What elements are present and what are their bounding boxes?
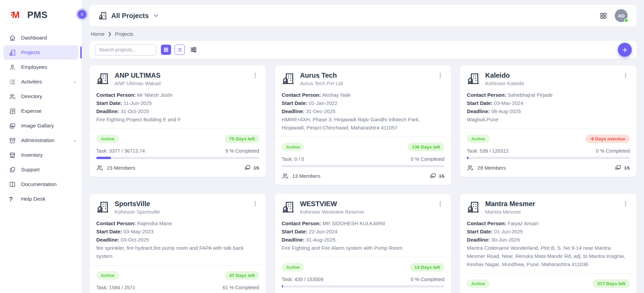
deadline-row: Deadline: 30-Jun-2026 [467, 236, 630, 244]
sidebar-item-dashboard[interactable]: Dashboard › [3, 31, 78, 45]
deadline-row: Deadline: 03-Oct-2025 [96, 236, 259, 244]
grid-view-icon [163, 47, 169, 52]
breadcrumb: Home ❯ Projects [89, 27, 637, 41]
breadcrumb-current[interactable]: Projects [115, 31, 133, 37]
receipt-icon [9, 108, 16, 115]
project-description: Fire Fighting Project Building E and F [96, 115, 259, 124]
chat-group[interactable]: 15 [244, 164, 259, 171]
sidebar-item-support[interactable]: Support › [3, 163, 78, 177]
progress-fill [96, 157, 111, 159]
days-left-badge: 75 Days left [225, 135, 259, 143]
user-icon [9, 64, 16, 71]
project-name: WESTVIEW [300, 200, 437, 208]
building-icon [467, 201, 480, 214]
card-menu-button[interactable] [622, 72, 630, 79]
members-group[interactable]: 23 Members [96, 164, 135, 171]
members-group[interactable]: 13 Members [282, 172, 320, 180]
sidebar-item-documentation[interactable]: Documentation › [3, 177, 78, 191]
avatar-initials: AD [618, 13, 625, 18]
projects-toolbar [89, 41, 637, 59]
sidebar-item-activities[interactable]: Activities › [3, 75, 78, 89]
start-date-row: Start Date: 03-Mar-2024 [467, 99, 630, 107]
project-name: Aurus Tech [300, 72, 437, 79]
card-menu-button[interactable] [252, 200, 259, 207]
chat-group[interactable]: 15 [429, 172, 445, 180]
project-card[interactable]: SportsVille Kohinoor Sportsville Contact… [89, 194, 266, 293]
apps-grid-icon[interactable] [599, 12, 607, 20]
deadline-value: 08-Aug-2025 [491, 108, 521, 114]
list-view-button[interactable] [175, 45, 185, 55]
project-subtitle: Kohinoor Kaleido [485, 80, 622, 86]
book-icon [9, 181, 16, 188]
store-icon [9, 152, 16, 159]
project-card[interactable]: Kaleido Kohinoor Kaleido Contact Person:… [460, 65, 637, 177]
sidebar-item-projects[interactable]: Projects › [3, 45, 78, 60]
breadcrumb-home[interactable]: Home [91, 31, 104, 37]
sidebar-item-label: Projects [21, 49, 76, 56]
task-count: Task: 0 / 0 [282, 156, 304, 162]
chevron-down-icon[interactable] [153, 12, 160, 19]
grid-view-button[interactable] [161, 45, 171, 55]
start-date-value: 01-Jun-2025 [494, 229, 523, 234]
sidebar-item-image-gallary[interactable]: Image Gallary › [3, 119, 78, 133]
sidebar-item-label: Inventory [21, 152, 76, 158]
divider [89, 265, 266, 265]
project-card[interactable]: Aurus Tech Aurus Tech Pvt Ltd Contact Pe… [275, 65, 451, 185]
logo-letter: M [12, 10, 19, 20]
chat-group[interactable]: 15 [614, 164, 630, 171]
contact-person-row: Contact Person: MR SIDDHESH KULKARNI [282, 219, 445, 228]
sidebar-item-label: Employees [21, 64, 76, 70]
project-card[interactable]: Mantra Mesmer Mantra Mesmer Contact Pers… [460, 194, 637, 293]
chat-icon [614, 164, 622, 171]
project-name: ANP ULTIMAS [115, 72, 252, 79]
sidebar-item-inventory[interactable]: Inventory › [3, 148, 78, 162]
project-description: Mantra Codename Wonderland, Plot B, S. N… [467, 244, 630, 268]
contact-person-value: Rajendra Mane [137, 220, 172, 226]
search-input[interactable] [95, 44, 156, 56]
contact-person-value: Sahebhajrat Pirjade [508, 92, 552, 98]
sidebar-item-label: Dashboard [21, 35, 76, 41]
building-icon [282, 72, 295, 85]
project-description: Fire Fighting and Fire Alarm system with… [282, 244, 445, 252]
add-project-button[interactable] [618, 43, 632, 57]
task-count: Task: 435 / 153509 [282, 277, 324, 282]
sidebar-item-expense[interactable]: Expense › [3, 104, 78, 118]
card-menu-button[interactable] [252, 72, 259, 79]
contact-person-row: Contact Person: Sahebhajrat Pirjade [467, 91, 630, 99]
sidebar-item-directory[interactable]: Directory › [3, 89, 78, 104]
filter-sliders-icon[interactable] [189, 45, 198, 54]
divider [460, 273, 637, 274]
deadline-value: 31-Oct-2025 [121, 108, 149, 114]
project-name: Kaleido [485, 72, 622, 79]
progress-fill [467, 157, 468, 159]
card-menu-button[interactable] [437, 72, 444, 79]
sidebar-item-label: Support [21, 167, 76, 173]
project-subtitle: ANP Ultimas Wakad [115, 80, 252, 86]
sidebar-item-employees[interactable]: Employees › [3, 60, 78, 74]
chat-count: 15 [253, 165, 259, 171]
divider [275, 257, 451, 257]
contact-person-row: Contact Person: Faiyaz Ansari [467, 219, 630, 228]
sidebar-item-label: Expense [21, 108, 76, 114]
days-overdue-badge: -9 Days overdue [585, 135, 630, 143]
progress-bar [96, 157, 259, 159]
project-selector[interactable]: All Projects [98, 11, 160, 20]
sidebar-collapse-button[interactable] [78, 10, 86, 19]
project-description: HMRR+4XH, Phase 3, Hinjawadi Rajiv Gandh… [282, 115, 445, 132]
deadline-row: Deadline: 31-Dec-2025 [282, 107, 445, 115]
members-icon [467, 164, 474, 171]
status-badge: Active [282, 263, 304, 272]
card-menu-button[interactable] [437, 200, 444, 207]
project-card[interactable]: ANP ULTIMAS ANP Ultimas Wakad Contact Pe… [89, 65, 266, 177]
users-icon [9, 93, 16, 100]
project-card[interactable]: WESTVIEW Kohinoor Westview Reserve Conta… [275, 194, 451, 293]
card-menu-button[interactable] [622, 200, 630, 207]
user-avatar[interactable]: AD [615, 9, 628, 22]
sidebar-item-help-desk[interactable]: ? Help Desk › [3, 192, 78, 206]
app-name: PMS [27, 10, 48, 20]
completed-percent: 0 % Completed [411, 277, 444, 282]
sidebar-item-administration[interactable]: Administration › [3, 133, 78, 148]
sidebar-item-label: Activities [21, 79, 69, 85]
members-group[interactable]: 28 Members [467, 164, 506, 171]
kebab-menu-icon [622, 72, 629, 79]
